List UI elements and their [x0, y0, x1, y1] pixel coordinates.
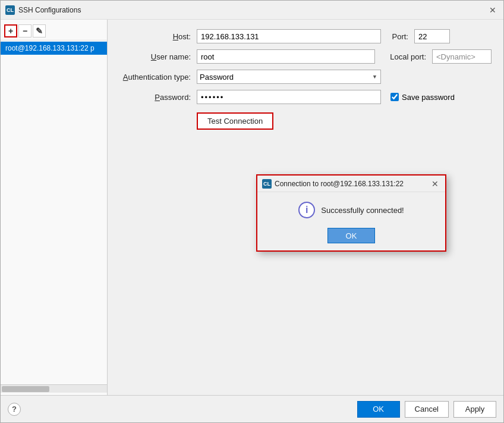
add-button[interactable]: +: [4, 24, 17, 37]
sub-dialog: CL Connection to root@192.168.133.131:22…: [256, 174, 446, 252]
app-icon: CL: [5, 5, 15, 15]
sub-ok-button[interactable]: OK: [327, 228, 375, 243]
ok-button[interactable]: OK: [357, 401, 400, 418]
sub-dialog-title-bar: CL Connection to root@192.168.133.131:22…: [257, 176, 445, 192]
help-button[interactable]: ?: [8, 403, 21, 416]
apply-button[interactable]: Apply: [453, 401, 496, 418]
right-panel: Host: Port: User name: Local port: Authe…: [108, 20, 503, 395]
config-item[interactable]: root@192.168.133.131:22 p: [1, 42, 107, 55]
remove-button[interactable]: −: [18, 24, 32, 37]
bottom-left: ?: [8, 403, 21, 416]
left-scrollbar[interactable]: [1, 384, 107, 393]
sub-title-left: CL Connection to root@192.168.133.131:22: [262, 179, 404, 189]
config-items-list: root@192.168.133.131:22 p: [1, 40, 107, 384]
main-dialog: CL SSH Configurations ✕ + − ✎ root@192.1…: [0, 0, 504, 423]
dialog-title: SSH Configurations: [18, 6, 81, 14]
sub-dialog-body: i Successfully connected! OK: [257, 192, 445, 250]
sub-dialog-title: Connection to root@192.168.133.131:22: [275, 180, 404, 188]
left-toolbar: + − ✎: [1, 22, 107, 40]
sub-dialog-message: Successfully connected!: [321, 206, 404, 215]
bottom-bar: ? OK Cancel Apply: [1, 395, 503, 422]
scrollbar-thumb[interactable]: [2, 386, 49, 392]
sub-app-icon: CL: [262, 179, 272, 189]
sub-dialog-overlay: CL Connection to root@192.168.133.131:22…: [108, 20, 503, 395]
bottom-right: OK Cancel Apply: [357, 401, 496, 418]
sub-close-button[interactable]: ✕: [430, 178, 440, 189]
sub-dialog-message-row: i Successfully connected!: [298, 202, 404, 218]
close-button[interactable]: ✕: [487, 4, 499, 16]
title-bar: CL SSH Configurations ✕: [1, 1, 503, 20]
info-icon: i: [298, 202, 315, 218]
title-bar-left: CL SSH Configurations: [5, 5, 81, 15]
dialog-body: + − ✎ root@192.168.133.131:22 p Host: Po…: [1, 20, 503, 395]
left-panel: + − ✎ root@192.168.133.131:22 p: [1, 20, 108, 395]
edit-button[interactable]: ✎: [33, 24, 46, 37]
cancel-button[interactable]: Cancel: [405, 401, 449, 418]
